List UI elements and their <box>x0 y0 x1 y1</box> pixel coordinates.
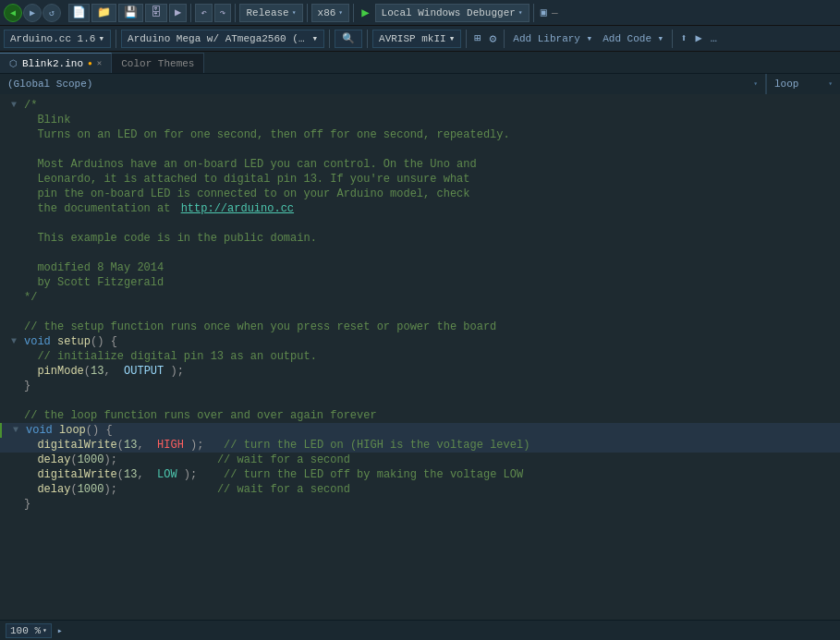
build-config-arrow: ▾ <box>292 8 297 17</box>
build-config-label: Release <box>246 7 288 18</box>
code-line: This example code is in the public domai… <box>0 231 840 246</box>
code-line: modified 8 May 2014 <box>0 260 840 275</box>
code-line: } <box>0 379 840 393</box>
scroll-right-btn[interactable]: ▸ <box>57 625 63 636</box>
code-text: } <box>20 379 30 393</box>
code-text: Most Arduinos have an on-board LED you c… <box>20 157 477 172</box>
search-box[interactable]: 🔍 <box>335 30 362 48</box>
build-config-dropdown[interactable]: Release ▾ <box>239 4 302 22</box>
window-icon[interactable]: ▣ <box>538 6 550 19</box>
code-line <box>0 393 840 408</box>
sep7 <box>329 30 330 48</box>
tab-color-label: Color Themes <box>121 58 194 69</box>
code-text: digitalWrite(13, HIGH ); // turn the LED… <box>20 438 530 453</box>
settings-icon[interactable]: ⚙ <box>487 31 500 46</box>
code-line-delay2: delay(1000); // wait for a second <box>0 482 840 497</box>
nav-arrows: ◀ ▶ ↺ <box>4 4 61 22</box>
code-line: // initialize digital pin 13 as an outpu… <box>0 349 840 364</box>
scope-left-label: (Global Scope) <box>7 78 92 90</box>
code-text: // the loop function runs over and over … <box>20 408 377 423</box>
code-text: by Scott Fitzgerald <box>20 275 164 290</box>
code-line: ▼ /* <box>0 98 840 113</box>
scope-left-dropdown[interactable]: (Global Scope) ▾ <box>0 74 766 94</box>
scope-right-dropdown[interactable]: loop ▾ <box>766 74 840 94</box>
platform-label: x86 <box>318 7 336 18</box>
sep6 <box>116 30 116 48</box>
code-text: modified 8 May 2014 <box>20 260 164 275</box>
code-text: digitalWrite(13, LOW ); // turn the LED … <box>20 467 523 482</box>
add-code-button[interactable]: Add Code ▾ <box>599 30 667 46</box>
code-text <box>20 305 30 320</box>
tab-color-themes[interactable]: Color Themes <box>112 53 204 73</box>
add-library-button[interactable]: Add Library ▾ <box>509 30 596 46</box>
zoom-arrow: ▾ <box>43 626 47 634</box>
refresh-button[interactable]: ↺ <box>43 4 61 22</box>
redo-button[interactable]: ↷ <box>214 4 232 22</box>
folder-icon[interactable]: 📁 <box>91 4 116 22</box>
forward-button[interactable]: ▶ <box>23 4 42 22</box>
code-line: Leonardo, it is attached to digital pin … <box>0 172 840 187</box>
fold-gutter-loop[interactable]: ▼ <box>9 423 22 438</box>
board-model-label: Arduino Mega w/ ATmega2560 (Mega... <box>128 33 309 44</box>
code-line: ▼ void setup() { <box>0 334 840 349</box>
fold-gutter-collapse[interactable]: ▼ <box>7 334 20 349</box>
play-button[interactable]: ▶ <box>358 5 372 20</box>
file-new-icon[interactable]: 📄 <box>68 4 90 22</box>
code-text <box>20 142 30 157</box>
code-line: Most Arduinos have an on-board LED you c… <box>0 157 840 172</box>
grid-icon[interactable]: ⊞ <box>471 31 483 45</box>
code-text: void setup() { <box>20 334 117 349</box>
fold-gutter[interactable]: ▼ <box>7 98 20 113</box>
code-line: Blink <box>0 113 840 127</box>
zoom-label: 100 % <box>10 625 41 636</box>
code-line: // the loop function runs over and over … <box>0 408 840 423</box>
code-text: Turns on an LED on for one second, then … <box>20 127 510 142</box>
code-editor[interactable]: ▼ /* Blink Turns on an LED on for one se… <box>0 94 840 515</box>
save-icon[interactable]: 💾 <box>118 4 143 22</box>
sep1 <box>190 4 191 22</box>
save-all-icon[interactable]: 🗄 <box>145 4 167 22</box>
scope-left-arrow: ▾ <box>753 79 758 88</box>
board-version-arrow: ▾ <box>98 32 104 44</box>
debugger-dropdown[interactable]: Local Windows Debugger ▾ <box>375 4 530 22</box>
code-text: delay(1000); // wait for a second <box>20 482 350 497</box>
board-version-dropdown[interactable]: Arduino.cc 1.6 ▾ <box>4 30 111 48</box>
toolbar-top: ◀ ▶ ↺ 📄 📁 💾 🗄 ▶ ↶ ↷ Release ▾ x86 ▾ ▶ Lo… <box>0 0 840 26</box>
code-link[interactable]: http://arduino.cc <box>177 201 294 216</box>
code-text <box>20 216 30 231</box>
tab-close-btn[interactable]: ✕ <box>97 58 102 68</box>
run2-icon[interactable]: ▶ <box>692 31 704 45</box>
scope-right-label: loop <box>774 78 798 90</box>
code-text: Blink <box>20 113 70 127</box>
code-text: void loop() { <box>22 423 113 438</box>
programmer-label: AVRISP mkII <box>379 33 446 44</box>
toolbar-second: Arduino.cc 1.6 ▾ Arduino Mega w/ ATmega2… <box>0 26 840 52</box>
undo-button[interactable]: ↶ <box>195 4 213 22</box>
zoom-dropdown[interactable]: 100 % ▾ <box>6 623 52 638</box>
programmer-arrow: ▾ <box>449 32 456 44</box>
status-bar: 100 % ▾ ▸ <box>0 620 840 640</box>
programmer-dropdown[interactable]: AVRISP mkII ▾ <box>372 30 461 48</box>
platform-dropdown[interactable]: x86 ▾ <box>311 4 350 22</box>
tab-blink2[interactable]: ⬡ Blink2.ino ● ✕ <box>0 53 112 73</box>
upload-icon[interactable]: ⬆ <box>677 31 689 45</box>
code-text: pin the on-board LED is connected to on … <box>20 187 469 201</box>
code-line <box>0 216 840 231</box>
code-text: the documentation at <box>20 201 177 216</box>
tab-label: Blink2.ino <box>22 58 83 69</box>
tabs-bar: ⬡ Blink2.ino ● ✕ Color Themes <box>0 52 840 74</box>
run-icon[interactable]: ▶ <box>169 4 187 22</box>
board-version-label: Arduino.cc 1.6 <box>10 33 95 44</box>
extra-icon[interactable]: — <box>552 7 558 18</box>
code-line: */ <box>0 290 840 305</box>
back-button[interactable]: ◀ <box>4 4 22 22</box>
code-text: delay(1000); // wait for a second <box>20 453 350 467</box>
platform-arrow: ▾ <box>338 8 343 17</box>
more-icon[interactable]: … <box>708 32 720 45</box>
code-line: pinMode(13, OUTPUT ); <box>0 364 840 379</box>
code-line <box>0 305 840 320</box>
code-text <box>20 246 30 260</box>
sep9 <box>466 30 467 48</box>
board-model-dropdown[interactable]: Arduino Mega w/ ATmega2560 (Mega... ▾ <box>121 30 324 48</box>
code-text: /* <box>20 98 37 113</box>
